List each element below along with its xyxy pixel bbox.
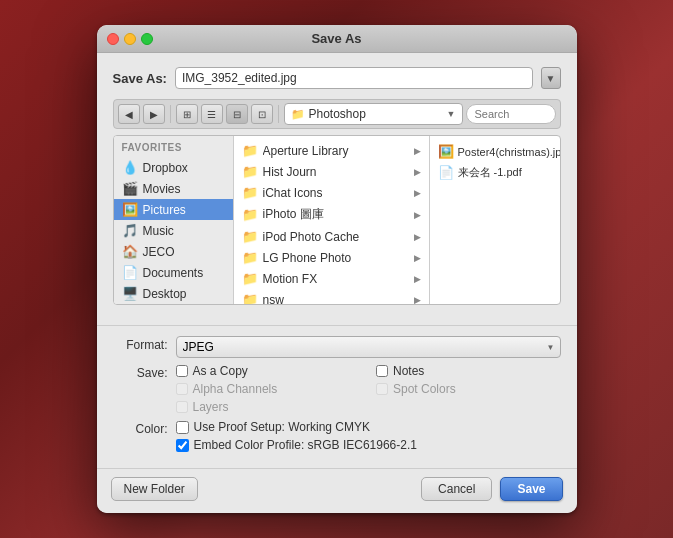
toolbar-separator-1 [170, 105, 171, 123]
sidebar-item-label: Pictures [143, 203, 186, 217]
arrow-icon: ▶ [414, 274, 421, 284]
sidebar-item-pictures[interactable]: 🖼️ Pictures [114, 199, 233, 220]
arrow-icon: ▶ [414, 295, 421, 305]
dropbox-icon: 💧 [122, 160, 138, 175]
back-button[interactable]: ◀ [118, 104, 140, 124]
embed-color-profile-checkbox[interactable] [176, 439, 189, 452]
save-label: Save: [113, 364, 168, 380]
file-browser: FAVORITES 💧 Dropbox 🎬 Movies 🖼️ Pictures… [113, 135, 561, 305]
bottom-bar: New Folder Cancel Save [97, 468, 577, 513]
preview-file-name: Poster4(christmas).jpg [458, 146, 561, 158]
save-col-left: As a Copy Alpha Channels Layers [176, 364, 361, 414]
sidebar: FAVORITES 💧 Dropbox 🎬 Movies 🖼️ Pictures… [114, 136, 234, 304]
toolbar-separator-2 [278, 105, 279, 123]
preview-item[interactable]: 🖼️ Poster4(christmas).jpg [436, 142, 554, 161]
layers-checkbox[interactable] [176, 401, 188, 413]
list-item[interactable]: 📁 iChat Icons ▶ [234, 182, 429, 203]
list-view-button[interactable]: ☰ [201, 104, 223, 124]
pictures-icon: 🖼️ [122, 202, 138, 217]
list-item[interactable]: 📁 nsw ▶ [234, 289, 429, 304]
color-row: Color: Use Proof Setup: Working CMYK Emb… [113, 420, 561, 452]
folder-icon: 📁 [242, 292, 258, 304]
file-name: LG Phone Photo [263, 251, 409, 265]
minimize-button[interactable] [124, 33, 136, 45]
location-bar[interactable]: 📁 Photoshop ▼ [284, 103, 463, 125]
folder-icon: 📁 [242, 185, 258, 200]
format-select[interactable]: JPEG PNG TIFF PDF BMP [176, 336, 561, 358]
folder-icon: 📁 [242, 229, 258, 244]
file-list: 📁 Aperture Library ▶ 📁 Hist Journ ▶ 📁 iC… [234, 136, 430, 304]
list-item[interactable]: 📁 Aperture Library ▶ [234, 140, 429, 161]
spot-colors-checkbox[interactable] [376, 383, 388, 395]
expand-button[interactable]: ▼ [541, 67, 561, 89]
notes-checkbox[interactable] [376, 365, 388, 377]
save-controls: As a Copy Alpha Channels Layers [176, 364, 561, 414]
file-name: iPhoto 圖庫 [263, 206, 409, 223]
list-item[interactable]: 📁 Motion FX ▶ [234, 268, 429, 289]
use-proof-setup-label: Use Proof Setup: Working CMYK [194, 420, 371, 434]
sidebar-item-label: Documents [143, 266, 204, 280]
movies-icon: 🎬 [122, 181, 138, 196]
sidebar-item-label: Movies [143, 182, 181, 196]
sidebar-item-movies[interactable]: 🎬 Movies [114, 178, 233, 199]
sidebar-item-dropbox[interactable]: 💧 Dropbox [114, 157, 233, 178]
list-item[interactable]: 📁 iPhoto 圖庫 ▶ [234, 203, 429, 226]
cover-flow-button[interactable]: ⊡ [251, 104, 273, 124]
color-label: Color: [113, 420, 168, 436]
forward-button[interactable]: ▶ [143, 104, 165, 124]
alpha-channels-checkbox[interactable] [176, 383, 188, 395]
sidebar-item-documents[interactable]: 📄 Documents [114, 262, 233, 283]
save-button[interactable]: Save [500, 477, 562, 501]
format-controls: JPEG PNG TIFF PDF BMP [176, 336, 561, 358]
format-select-wrapper: JPEG PNG TIFF PDF BMP [176, 336, 561, 358]
spot-colors-label: Spot Colors [393, 382, 456, 396]
format-row: Format: JPEG PNG TIFF PDF BMP [113, 336, 561, 358]
icon-view-button[interactable]: ⊞ [176, 104, 198, 124]
location-text: Photoshop [309, 107, 443, 121]
notes-row: Notes [376, 364, 561, 378]
new-folder-button[interactable]: New Folder [111, 477, 198, 501]
list-item[interactable]: 📁 Hist Journ ▶ [234, 161, 429, 182]
desktop-icon: 🖥️ [122, 286, 138, 301]
list-item[interactable]: 📁 LG Phone Photo ▶ [234, 247, 429, 268]
format-label: Format: [113, 336, 168, 352]
arrow-icon: ▶ [414, 167, 421, 177]
cancel-button[interactable]: Cancel [421, 477, 492, 501]
save-as-dialog: Save As Save As: ▼ ◀ ▶ ⊞ ☰ ⊟ ⊡ 📁 Photosh… [97, 25, 577, 513]
use-proof-setup-checkbox[interactable] [176, 421, 189, 434]
file-name: Motion FX [263, 272, 409, 286]
preview-file-icon: 🖼️ [438, 144, 454, 159]
list-item[interactable]: 📁 iPod Photo Cache ▶ [234, 226, 429, 247]
folder-icon: 📁 [242, 250, 258, 265]
preview-panel: 🖼️ Poster4(christmas).jpg 📄 来会名 -1.pdf [430, 136, 560, 304]
close-button[interactable] [107, 33, 119, 45]
sidebar-item-label: JECO [143, 245, 175, 259]
preview-file-name: 来会名 -1.pdf [458, 165, 522, 180]
documents-icon: 📄 [122, 265, 138, 280]
as-a-copy-label: As a Copy [193, 364, 248, 378]
alpha-channels-label: Alpha Channels [193, 382, 278, 396]
arrow-icon: ▶ [414, 210, 421, 220]
folder-icon: 📁 [242, 207, 258, 222]
maximize-button[interactable] [141, 33, 153, 45]
location-icon: 📁 [291, 108, 305, 121]
save-as-input[interactable] [175, 67, 533, 89]
search-input[interactable] [466, 104, 556, 124]
sidebar-item-music[interactable]: 🎵 Music [114, 220, 233, 241]
save-col-right: Notes Spot Colors [376, 364, 561, 414]
color-controls: Use Proof Setup: Working CMYK Embed Colo… [176, 420, 561, 452]
sidebar-item-desktop[interactable]: 🖥️ Desktop [114, 283, 233, 304]
arrow-icon: ▶ [414, 232, 421, 242]
dialog-body: Save As: ▼ ◀ ▶ ⊞ ☰ ⊟ ⊡ 📁 Photoshop ▼ [97, 53, 577, 325]
file-name: iChat Icons [263, 186, 409, 200]
arrow-icon: ▶ [414, 253, 421, 263]
file-name: Aperture Library [263, 144, 409, 158]
column-view-button[interactable]: ⊟ [226, 104, 248, 124]
as-a-copy-checkbox[interactable] [176, 365, 188, 377]
spot-colors-row: Spot Colors [376, 382, 561, 396]
preview-item[interactable]: 📄 来会名 -1.pdf [436, 163, 554, 182]
sidebar-item-jeco[interactable]: 🏠 JECO [114, 241, 233, 262]
options-section: Format: JPEG PNG TIFF PDF BMP Save: [97, 325, 577, 468]
notes-label: Notes [393, 364, 424, 378]
save-as-row: Save As: ▼ [113, 67, 561, 89]
